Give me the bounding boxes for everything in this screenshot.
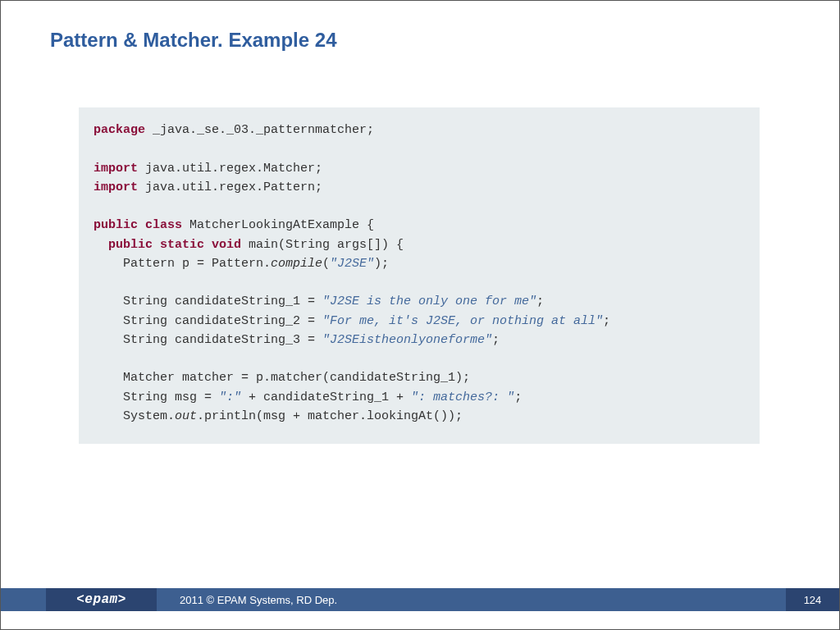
code-text: java.util.regex.Pattern; <box>138 180 322 194</box>
code-text: main(String args[]) { <box>241 238 404 252</box>
code-text: .println(msg + matcher.lookingAt()); <box>197 409 463 423</box>
page-number: 124 <box>786 588 839 611</box>
code-text: + candidateString_1 + <box>241 390 411 404</box>
code-text: ); <box>374 257 389 271</box>
code-text: Pattern p = Pattern. <box>94 257 271 271</box>
code-text: String candidateString_3 = <box>94 333 322 347</box>
code-text: ; <box>536 294 544 308</box>
code-text: String candidateString_1 = <box>94 294 322 308</box>
code-pad <box>94 238 108 252</box>
code-text: MatcherLookingAtExample { <box>182 218 374 232</box>
kw-package: package <box>94 123 145 137</box>
code-text: String candidateString_2 = <box>94 314 322 328</box>
em-compile: compile <box>271 257 322 271</box>
str: "For me, it's J2SE, or nothing at all" <box>322 314 603 328</box>
code-text: java.util.regex.Matcher; <box>138 162 322 176</box>
slide-title: Pattern & Matcher. Example 24 <box>50 29 336 52</box>
str: "J2SE" <box>330 257 374 271</box>
code-text: ; <box>514 390 522 404</box>
footer-bar: <epam> 2011 © EPAM Systems, RD Dep. 124 <box>1 588 839 611</box>
str: ":" <box>219 390 241 404</box>
str: "J2SE is the only one for me" <box>322 294 536 308</box>
code-text: System. <box>94 409 175 423</box>
kw-import: import <box>94 162 138 176</box>
kw-main: public static void <box>108 238 241 252</box>
code-text: ; <box>603 314 610 328</box>
code-text: String msg = <box>94 390 219 404</box>
kw-class: public class <box>94 218 182 232</box>
kw-import: import <box>94 180 138 194</box>
copyright-text: 2011 © EPAM Systems, RD Dep. <box>157 588 786 611</box>
code-text: _java._se._03._patternmatcher; <box>145 123 374 137</box>
code-block: package _java._se._03._patternmatcher; i… <box>79 107 760 444</box>
str: "J2SEistheonlyoneforme" <box>322 333 492 347</box>
code-text: Matcher matcher = p.matcher(candidateStr… <box>94 371 470 385</box>
em-out: out <box>175 409 197 423</box>
code-text: ; <box>492 333 500 347</box>
epam-logo: <epam> <box>46 588 157 611</box>
slide: Pattern & Matcher. Example 24 package _j… <box>0 0 840 630</box>
str: ": matches?: " <box>411 390 514 404</box>
code-text: ( <box>322 257 330 271</box>
